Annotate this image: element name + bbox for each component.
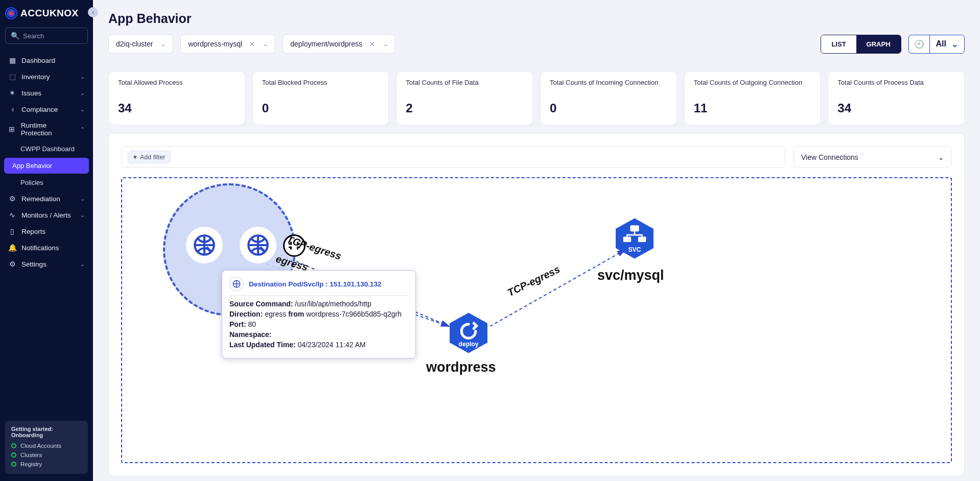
chart-icon: ⫞	[8, 105, 16, 113]
onboard-clusters[interactable]: Clusters	[11, 450, 82, 460]
nav-app-behavior[interactable]: App Behavior	[4, 158, 89, 174]
brand-name: ACCUKNOX	[20, 8, 79, 19]
wrench-icon: ⚙	[8, 195, 16, 203]
sidebar-nav: ▦Dashboard ⬚Inventory⌄ ✶Issues⌄ ⫞Complia…	[0, 49, 93, 275]
page-title: App Behavior	[108, 11, 965, 26]
onboard-registry[interactable]: Registry	[11, 460, 82, 469]
add-filter-input[interactable]: ▾Add filter	[121, 146, 785, 168]
external-ip-node[interactable]	[240, 227, 276, 263]
onboarding-panel: Getting started: Onboarding Cloud Accoun…	[5, 421, 88, 474]
clock-icon: 🕘	[909, 35, 930, 53]
svg-rect-8	[630, 225, 639, 231]
namespace-dropdown[interactable]: wordpress-mysql✕⌄	[180, 34, 275, 54]
nav-runtime-protection[interactable]: ⊞Runtime Protection⌃	[0, 117, 93, 141]
globe-icon	[229, 277, 244, 291]
view-toggle: LIST GRAPH	[821, 35, 901, 54]
file-icon: ▯	[8, 227, 16, 235]
stat-card: Total Allowed Process34	[108, 71, 245, 125]
node-deploy-wordpress[interactable]: deploy	[447, 311, 491, 355]
workload-dropdown[interactable]: deployment/wordpress✕⌄	[283, 34, 395, 54]
nav-reports[interactable]: ▯Reports	[0, 223, 93, 239]
chevron-down-icon: ⌄	[951, 39, 958, 49]
onboard-cloud[interactable]: Cloud Accounts	[11, 441, 82, 450]
graph-panel: ▾Add filter View Connections ⌄	[108, 133, 965, 476]
nav-settings[interactable]: ⚙Settings⌄	[0, 256, 93, 272]
chevron-up-icon: ⌃	[80, 126, 85, 133]
brand-icon	[5, 7, 17, 19]
cluster-dropdown[interactable]: d2iq-cluster⌄	[108, 34, 173, 54]
view-connections-dropdown[interactable]: View Connections ⌄	[794, 146, 952, 168]
chevron-down-icon: ⌄	[80, 196, 85, 202]
globe-icon	[245, 232, 271, 258]
node-label-wordpress: wordpress	[426, 359, 496, 375]
hexagon-icon: deploy	[447, 311, 491, 355]
search-icon: 🔍	[11, 32, 19, 40]
external-ip-node[interactable]	[186, 227, 223, 263]
nav-policies[interactable]: Policies	[0, 175, 93, 190]
chevron-down-icon: ⌄	[383, 41, 388, 47]
svg-text:SVC: SVC	[628, 246, 641, 253]
chevron-down-icon: ⌄	[263, 41, 268, 47]
edge-label: TCP-egress	[506, 263, 562, 299]
check-icon	[11, 443, 16, 448]
sidebar: ‹ ACCUKNOX 🔍 Search ▦Dashboard ⬚Inventor…	[0, 0, 93, 481]
nav-dashboard[interactable]: ▦Dashboard	[0, 52, 93, 68]
node-label-mysql: svc/mysql	[597, 268, 664, 283]
check-icon	[11, 462, 16, 467]
chevron-down-icon: ⌄	[80, 261, 85, 268]
chevron-down-icon: ⌄	[80, 74, 85, 80]
sidebar-search[interactable]: 🔍 Search	[5, 28, 88, 44]
graph-view-button[interactable]: GRAPH	[856, 35, 901, 53]
brand-logo: ACCUKNOX	[0, 0, 93, 25]
nav-compliance[interactable]: ⫞Compliance⌄	[0, 101, 93, 117]
hexagon-icon: SVC	[613, 217, 657, 260]
chevron-down-icon: ⌄	[938, 153, 944, 161]
chevron-down-icon: ⌄	[80, 212, 85, 219]
filter-controls: d2iq-cluster⌄ wordpress-mysql✕⌄ deployme…	[108, 34, 965, 54]
globe-icon	[192, 232, 217, 258]
main-content: App Behavior d2iq-cluster⌄ wordpress-mys…	[93, 0, 980, 481]
activity-icon: ∿	[8, 211, 16, 219]
clear-icon[interactable]: ✕	[249, 40, 255, 48]
time-range-dropdown[interactable]: 🕘 All⌄	[908, 35, 965, 54]
bell-icon: 🔔	[8, 244, 16, 252]
sidebar-collapse-button[interactable]: ‹	[88, 7, 98, 17]
nav-remediation[interactable]: ⚙Remediation⌄	[0, 190, 93, 207]
svg-text:deploy: deploy	[459, 341, 479, 348]
funnel-icon: ▾	[133, 153, 137, 161]
stat-card: Total Blocked Process0	[252, 71, 389, 125]
check-icon	[11, 452, 16, 458]
svg-rect-9	[623, 237, 631, 242]
grid-icon: ▦	[8, 56, 16, 64]
box-icon: ⬚	[8, 73, 16, 81]
stats-row: Total Allowed Process34 Total Blocked Pr…	[108, 71, 965, 125]
search-placeholder: Search	[23, 32, 44, 40]
chevron-down-icon: ⌄	[80, 90, 85, 97]
graph-canvas[interactable]: egress TCP-egress TCP-egress deploy word…	[121, 177, 952, 463]
stat-card: Total Counts of Process Data34	[828, 71, 965, 125]
chevron-down-icon: ⌄	[80, 106, 85, 113]
nav-monitors[interactable]: ∿Monitors / Alerts⌄	[0, 207, 93, 223]
nav-issues[interactable]: ✶Issues⌄	[0, 85, 93, 101]
nav-cwpp-dashboard[interactable]: CWPP Dashboard	[0, 141, 93, 157]
node-svc-mysql[interactable]: SVC	[613, 217, 657, 260]
clear-icon[interactable]: ✕	[369, 40, 375, 48]
stat-card: Total Counts of File Data2	[396, 71, 533, 125]
stat-card: Total Counts of Incoming Connection0	[540, 71, 677, 125]
chevron-down-icon: ⌄	[161, 41, 166, 47]
svg-rect-10	[638, 237, 646, 242]
list-view-button[interactable]: LIST	[821, 35, 856, 53]
shield-icon: ⊞	[8, 125, 16, 133]
node-tooltip: Destination Pod/Svc/Ip : 151.101.130.132…	[222, 270, 416, 358]
onboarding-title: Getting started: Onboarding	[11, 426, 82, 438]
gear-icon: ⚙	[8, 260, 16, 268]
nav-inventory[interactable]: ⬚Inventory⌄	[0, 68, 93, 85]
stat-card: Total Counts of Outgoing Connection11	[684, 71, 821, 125]
nav-notifications[interactable]: 🔔Notifications	[0, 239, 93, 256]
bug-icon: ✶	[8, 89, 16, 97]
